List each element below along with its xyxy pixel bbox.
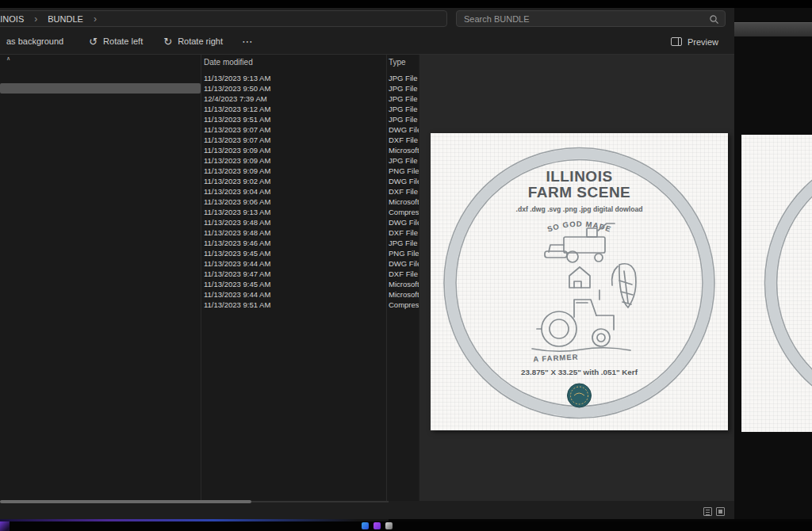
table-row[interactable]: 11/13/2023 9:09 AM Microsoft E (0, 145, 419, 155)
table-row[interactable]: 11/13/2023 9:48 AM DXF File (0, 227, 419, 238)
row-date: 11/13/2023 9:04 AM (204, 187, 270, 196)
preview-image: ILLINOIS FARM SCENE .dxf .dwg .svg .png … (431, 133, 728, 430)
table-row[interactable]: 11/13/2023 9:07 AM DXF File (0, 135, 419, 145)
row-type: DXF File (389, 136, 418, 144)
table-row[interactable]: 11/13/2023 9:13 AM Compresse (0, 207, 419, 217)
background-window (734, 8, 812, 519)
table-row[interactable]: 11/13/2023 9:45 AM Microsoft E (0, 279, 419, 289)
row-date: 11/13/2023 9:13 AM (204, 74, 270, 82)
row-type: Compresse (389, 208, 419, 216)
table-row[interactable]: 12/4/2023 7:39 AM JPG File (0, 94, 419, 104)
row-type: DWG File (389, 259, 419, 268)
taskbar-app-icon[interactable] (373, 522, 381, 529)
background-window-toolbar (734, 22, 812, 36)
artwork-size-note: 23.875" X 33.25" with .051" Kerf (521, 368, 638, 376)
column-header-date-modified[interactable]: Date modified (204, 58, 253, 67)
file-rows: 11/13/2023 9:13 AM JPG File 11/13/2023 9… (0, 73, 419, 310)
table-row[interactable]: 11/13/2023 9:06 AM Microsoft E (0, 197, 419, 207)
farm-illustration (532, 223, 636, 351)
row-date: 11/13/2023 9:45 AM (204, 249, 270, 258)
taskbar-corner-accent (0, 521, 10, 531)
farm-scene-artwork: ILLINOIS FARM SCENE .dxf .dwg .svg .png … (431, 133, 728, 430)
preview-toggle-button[interactable]: Preview (665, 33, 725, 51)
row-date: 11/13/2023 9:02 AM (204, 177, 270, 185)
table-row[interactable]: 11/13/2023 9:47 AM DXF File (0, 269, 419, 279)
row-date: 11/13/2023 9:09 AM (204, 156, 270, 165)
table-row[interactable]: 11/13/2023 9:51 AM JPG File (0, 114, 419, 124)
row-date: 11/13/2023 9:51 AM (204, 300, 270, 309)
row-type: JPG File (389, 156, 417, 165)
row-type: JPG File (389, 115, 417, 124)
breadcrumb-item-illinois[interactable]: ILLINOIS (0, 13, 27, 25)
breadcrumb-item-bundle[interactable]: BUNDLE (44, 13, 86, 25)
row-type: JPG File (389, 74, 417, 82)
row-type: PNG File (389, 166, 419, 175)
search-input[interactable] (456, 10, 726, 27)
row-type: JPG File (389, 84, 417, 93)
table-row[interactable]: 11/13/2023 9:50 AM JPG File (0, 83, 419, 94)
screen-top-strip (0, 0, 812, 8)
table-row[interactable]: 11/13/2023 9:12 AM JPG File (0, 104, 419, 114)
row-date: 11/13/2023 9:46 AM (204, 239, 270, 247)
breadcrumb[interactable]: ILLINOIS › BUNDLE › (0, 10, 447, 27)
search-box (456, 10, 726, 27)
taskbar-app-icon[interactable] (362, 522, 369, 529)
preview-pane: ILLINOIS FARM SCENE .dxf .dwg .svg .png … (419, 55, 734, 501)
row-date: 11/13/2023 9:47 AM (204, 269, 270, 278)
row-date: 11/13/2023 9:51 AM (204, 115, 270, 124)
more-options-button[interactable]: ⋯ (234, 32, 261, 51)
row-type: PNG File (389, 249, 419, 258)
maker-logo (568, 384, 592, 407)
row-type: DXF File (389, 187, 418, 196)
table-row[interactable]: 11/13/2023 9:09 AM PNG File (0, 166, 419, 176)
row-type: DWG File (389, 218, 419, 227)
column-header-type[interactable]: Type (389, 58, 406, 67)
artwork-formats-line: .dxf .dwg .svg .png .jpg digital dowload (516, 205, 643, 213)
chevron-right-icon: › (34, 14, 37, 24)
rotate-left-icon: ↺ (89, 36, 98, 47)
row-type: Microsoft E (389, 280, 419, 288)
table-row[interactable]: 11/13/2023 9:07 AM DWG File (0, 124, 419, 135)
rotate-right-button[interactable]: ↻ Rotate right (157, 32, 229, 51)
set-as-background-label: as background (6, 36, 63, 46)
taskbar-app-icon[interactable] (385, 522, 393, 529)
artwork-arc-text-bottom: A FARMER (533, 353, 579, 364)
table-row[interactable]: 11/13/2023 9:09 AM JPG File (0, 155, 419, 166)
row-type: DWG File (389, 177, 419, 185)
artwork-title-line2: FARM SCENE (528, 184, 631, 201)
table-row[interactable]: 11/13/2023 9:44 AM Microsoft E (0, 289, 419, 300)
row-type: Microsoft E (389, 146, 419, 155)
table-row[interactable]: 11/13/2023 9:51 AM Compresse (0, 300, 419, 310)
rotate-left-label: Rotate left (103, 36, 143, 46)
status-bar (0, 503, 734, 519)
row-type: JPG File (389, 105, 417, 113)
thumbnail-view-icon[interactable] (716, 507, 725, 516)
address-bar: ILLINOIS › BUNDLE › (0, 8, 734, 29)
rotate-right-icon: ↻ (163, 36, 172, 47)
table-row[interactable]: 11/13/2023 9:44 AM DWG File (0, 258, 419, 269)
command-toolbar: as background ↺ Rotate left ↻ Rotate rig… (0, 29, 734, 55)
table-row[interactable]: 11/13/2023 9:46 AM JPG File (0, 238, 419, 248)
column-headers: ∧ Date modified Type (0, 55, 419, 72)
artwork-title-line1: ILLINOIS (546, 168, 612, 185)
row-type: JPG File (389, 94, 417, 103)
desktop: ILLINOIS › BUNDLE › as background (0, 0, 812, 531)
row-date: 11/13/2023 9:13 AM (204, 208, 270, 216)
search-icon[interactable] (709, 13, 719, 24)
row-type: JPG File (389, 239, 417, 247)
row-type: Microsoft E (389, 290, 419, 299)
background-preview-image (741, 135, 812, 432)
set-as-background-button[interactable]: as background (0, 32, 70, 50)
preview-label: Preview (688, 37, 718, 47)
table-row[interactable]: 11/13/2023 9:04 AM DXF File (0, 186, 419, 197)
table-row[interactable]: 11/13/2023 9:13 AM JPG File (0, 73, 419, 83)
rotate-left-button[interactable]: ↺ Rotate left (82, 32, 149, 51)
table-row[interactable]: 11/13/2023 9:48 AM DWG File (0, 217, 419, 227)
table-row[interactable]: 11/13/2023 9:02 AM DWG File (0, 176, 419, 186)
taskbar (0, 521, 812, 531)
row-date: 11/13/2023 9:44 AM (204, 290, 270, 299)
row-type: DWG File (389, 125, 419, 134)
details-view-icon[interactable] (703, 507, 712, 516)
table-row[interactable]: 11/13/2023 9:45 AM PNG File (0, 248, 419, 258)
row-date: 11/13/2023 9:44 AM (204, 259, 270, 268)
